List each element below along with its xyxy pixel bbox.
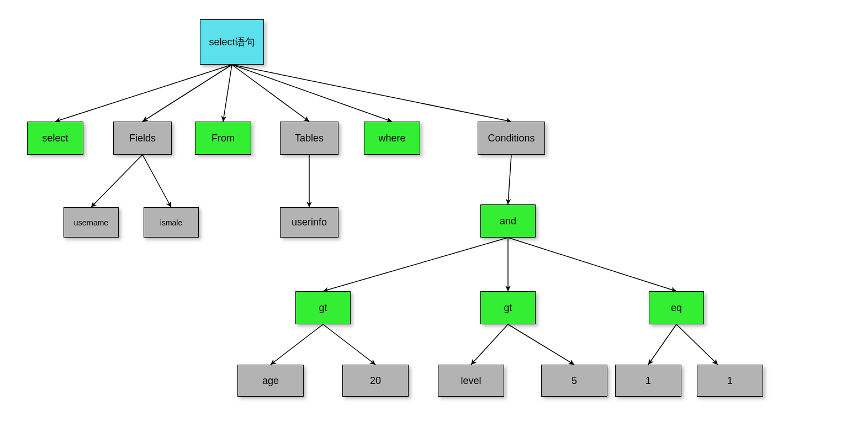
node-1a-label: 1 — [645, 375, 651, 387]
node-level-label: level — [461, 375, 481, 387]
svg-line-1 — [142, 65, 232, 122]
node-1b: 1 — [697, 365, 763, 397]
node-root-label: select语句 — [209, 35, 255, 49]
svg-line-9 — [508, 155, 511, 204]
node-root: select语句 — [200, 19, 264, 65]
svg-line-16 — [508, 324, 574, 365]
node-5: 5 — [541, 365, 607, 397]
node-select: select — [27, 122, 83, 155]
svg-line-2 — [223, 65, 232, 122]
svg-line-5 — [232, 65, 511, 122]
node-1a: 1 — [615, 365, 681, 397]
node-20-label: 20 — [370, 375, 381, 387]
node-tables-label: Tables — [295, 133, 324, 144]
node-from: From — [195, 122, 251, 155]
node-5-label: 5 — [571, 375, 577, 387]
node-tables: Tables — [280, 122, 338, 155]
node-select-label: select — [42, 133, 68, 144]
svg-line-0 — [55, 65, 232, 122]
node-userinfo: userinfo — [280, 207, 338, 238]
node-username: username — [63, 207, 119, 238]
node-gt1: gt — [295, 291, 351, 324]
node-gt1-label: gt — [319, 302, 327, 314]
svg-line-4 — [232, 65, 392, 122]
node-20: 20 — [342, 365, 409, 397]
node-age: age — [237, 365, 304, 397]
svg-line-12 — [508, 238, 676, 291]
svg-line-10 — [323, 238, 508, 291]
node-userinfo-label: userinfo — [292, 217, 327, 228]
node-and-label: and — [500, 215, 516, 227]
svg-line-3 — [232, 65, 309, 122]
node-ismale: ismale — [144, 207, 199, 238]
svg-line-18 — [676, 324, 718, 365]
node-gt2: gt — [480, 291, 536, 324]
node-conditions: Conditions — [478, 122, 545, 155]
node-conditions-label: Conditions — [488, 133, 534, 144]
svg-line-7 — [142, 155, 171, 207]
node-and: and — [480, 204, 536, 238]
node-username-label: username — [74, 218, 108, 227]
svg-line-15 — [471, 324, 508, 365]
svg-line-13 — [271, 324, 323, 365]
node-level: level — [438, 365, 504, 397]
node-eq: eq — [649, 291, 704, 324]
svg-line-6 — [91, 155, 142, 207]
node-where: where — [364, 122, 420, 155]
svg-line-14 — [323, 324, 375, 365]
node-fields-label: Fields — [129, 133, 156, 144]
node-fields: Fields — [113, 122, 172, 155]
node-ismale-label: ismale — [160, 218, 182, 227]
node-1b-label: 1 — [727, 375, 733, 387]
node-where-label: where — [378, 133, 405, 144]
svg-line-17 — [648, 324, 676, 365]
node-eq-label: eq — [671, 302, 682, 314]
node-from-label: From — [211, 133, 235, 144]
node-gt2-label: gt — [504, 302, 512, 314]
node-age-label: age — [262, 375, 279, 387]
